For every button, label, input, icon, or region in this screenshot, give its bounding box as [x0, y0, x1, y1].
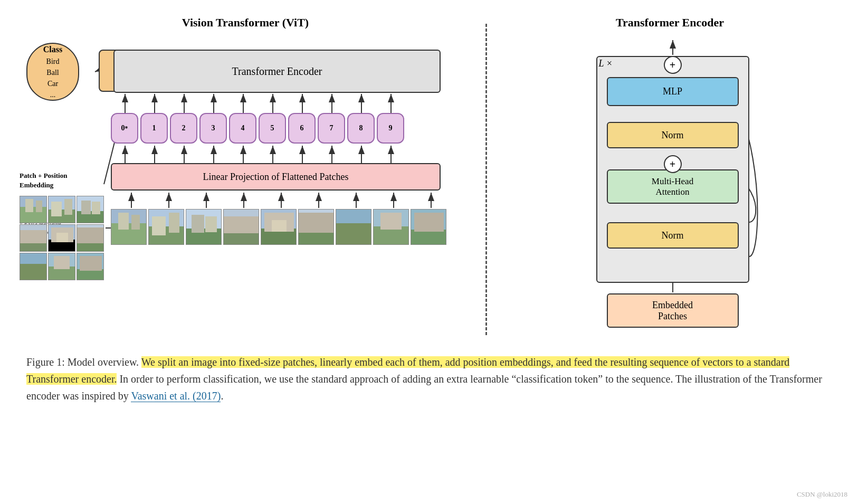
linear-proj-box: Linear Projection of Flattened Patches [111, 163, 441, 191]
src-patch-6 [77, 224, 104, 252]
enc-multihead-label: Multi-HeadAttention [652, 176, 693, 197]
src-patch-9 [77, 253, 104, 280]
transformer-encoder-box: Transformer Encoder [113, 50, 441, 93]
svg-rect-91 [380, 213, 402, 230]
dashed-line [485, 24, 487, 335]
svg-rect-42 [64, 199, 72, 215]
svg-rect-37 [25, 199, 33, 212]
token-9: 9 [377, 113, 404, 144]
img-patch-9 [411, 209, 446, 245]
src-patch-2 [48, 196, 75, 223]
encoder-diagram: L × + MLP Norm + Mu [570, 35, 770, 330]
class-item-3: Car [47, 78, 58, 89]
svg-rect-88 [336, 223, 371, 245]
lx-label: L × [599, 58, 613, 69]
enc-mlp-label: MLP [663, 86, 682, 97]
vit-section: Vision Transformer (ViT) [16, 11, 475, 338]
plus-circle-top: + [664, 56, 682, 74]
image-patches-row [111, 209, 446, 245]
svg-rect-68 [131, 215, 140, 230]
token-3: 3 [199, 113, 227, 144]
svg-rect-66 [111, 223, 147, 245]
img-patch-3 [186, 209, 222, 245]
caption-section: Figure 1: Model overview. We split an im… [16, 348, 842, 410]
enc-norm2-label: Norm [662, 230, 684, 241]
src-patch-1 [20, 196, 47, 223]
svg-rect-36 [20, 207, 47, 223]
transformer-encoder-label: Transformer Encoder [232, 65, 322, 78]
img-patch-7 [336, 209, 371, 245]
svg-rect-56 [77, 227, 104, 243]
tokens-row: 0* 1 2 3 4 5 6 7 8 9 [111, 113, 404, 144]
svg-rect-75 [192, 215, 204, 233]
enc-multihead-box: Multi-HeadAttention [607, 169, 739, 204]
plus-circle-middle: + [664, 155, 682, 173]
caption-text-normal-1: Model overview. [65, 356, 141, 368]
svg-rect-64 [80, 256, 102, 271]
class-box: Class Bird Ball Car ... [26, 43, 79, 101]
svg-rect-67 [118, 213, 129, 230]
svg-rect-86 [299, 213, 334, 233]
src-patch-7 [20, 253, 47, 280]
svg-rect-71 [152, 216, 166, 235]
enc-norm2-box: Norm [607, 222, 739, 249]
caption-text-end: . [221, 390, 223, 402]
token-6: 6 [288, 113, 316, 144]
svg-rect-83 [272, 220, 287, 232]
dashed-divider [485, 11, 487, 338]
token-7: 7 [318, 113, 345, 144]
svg-rect-38 [36, 201, 42, 212]
svg-rect-41 [51, 202, 62, 216]
token-1: 1 [140, 113, 168, 144]
img-patch-1 [111, 209, 147, 245]
figure-label: Figure 1: [26, 356, 65, 368]
enc-mlp-box: MLP [607, 77, 739, 106]
src-patch-4 [20, 224, 47, 252]
caption-link[interactable]: Vaswani et al. (2017) [131, 390, 221, 402]
source-image-grid [20, 196, 104, 280]
svg-rect-49 [20, 230, 47, 243]
class-item-2: Ball [46, 67, 59, 78]
svg-rect-58 [20, 264, 47, 280]
svg-rect-85 [299, 232, 334, 245]
embedded-patches-label: EmbeddedPatches [652, 300, 693, 322]
patch-position-label: Patch + PositionEmbedding [20, 171, 67, 190]
watermark: CSDN @loki2018 [797, 490, 847, 499]
svg-rect-94 [414, 213, 444, 232]
svg-rect-76 [205, 216, 217, 232]
class-item-1: Bird [46, 56, 60, 67]
class-title: Class [43, 43, 62, 56]
encoder-title: Transformer Encoder [616, 16, 724, 30]
token-5: 5 [259, 113, 286, 144]
patch-position-text: Patch + PositionEmbedding [20, 172, 67, 189]
main-container: Vision Transformer (ViT) [0, 0, 858, 504]
svg-rect-45 [81, 201, 91, 214]
token-8: 8 [347, 113, 375, 144]
encoder-section: Transformer Encoder [498, 11, 842, 338]
caption-paragraph: Figure 1: Model overview. We split an im… [26, 354, 832, 404]
plus-middle-symbol: + [670, 158, 675, 170]
diagram-section: Vision Transformer (ViT) [16, 11, 842, 338]
src-patch-8 [48, 253, 75, 280]
token-0: 0* [111, 113, 138, 144]
svg-rect-72 [169, 213, 179, 233]
svg-rect-46 [92, 202, 100, 214]
img-patch-4 [223, 209, 259, 245]
vit-diagram: Class Bird Ball Car ... MLPHead Transfor… [18, 35, 472, 330]
linear-proj-label: Linear Projection of Flattened Patches [203, 172, 349, 183]
vit-title: Vision Transformer (ViT) [182, 16, 309, 30]
token-2: 2 [170, 113, 197, 144]
svg-rect-61 [54, 256, 70, 269]
svg-rect-93 [411, 230, 446, 245]
enc-norm1-box: Norm [607, 122, 739, 148]
img-patch-6 [298, 209, 334, 245]
plus-top-symbol: + [670, 59, 675, 71]
img-patch-5 [261, 209, 297, 245]
img-patch-8 [373, 209, 409, 245]
src-patch-5 [48, 224, 75, 252]
img-patch-2 [148, 209, 184, 245]
enc-norm1-label: Norm [662, 130, 684, 141]
embedded-patches-box: EmbeddedPatches [607, 293, 739, 328]
token-4: 4 [229, 113, 256, 144]
svg-rect-53 [56, 233, 68, 242]
